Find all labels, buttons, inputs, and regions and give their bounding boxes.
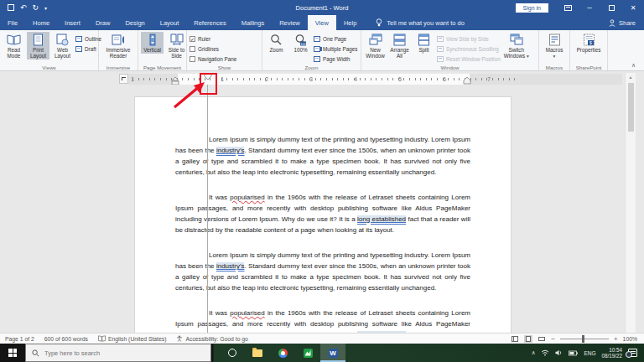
page-movement-group-label: Page Movement [138,65,186,70]
right-indent-marker[interactable] [463,77,471,85]
wifi-icon[interactable] [541,349,549,356]
tab-review[interactable]: Review [272,15,308,30]
save-icon[interactable] [8,4,14,11]
split-button[interactable]: Split [413,32,435,54]
minimize-button[interactable]: ─ [579,0,600,15]
battery-icon[interactable] [569,350,578,356]
print-layout-button[interactable]: Print Layout [27,32,49,59]
scroll-up-icon[interactable]: ▲ [626,73,636,80]
one-page-icon [314,36,320,42]
switch-windows-button[interactable]: Switch Windows ▾ [502,32,531,59]
page-width-button[interactable]: Page Width [314,54,357,63]
zoom-out-button[interactable]: − [551,335,555,343]
paragraph[interactable]: Lorem Ipsum is simply dummy text of the … [175,250,470,293]
grammar-marked-text: long established [357,215,406,223]
word-count[interactable]: 600 of 600 words [44,336,88,342]
speaker-icon[interactable] [555,349,563,356]
language-tray-indicator[interactable]: ENG [584,350,595,356]
multiple-pages-button[interactable]: Multiple Pages [314,44,357,53]
zoom-slider[interactable] [560,339,609,339]
chrome-button[interactable] [270,344,295,362]
taskbar-clock[interactable]: 10:54 08/19/22 [601,347,622,359]
close-button[interactable]: ✕ [622,0,644,15]
document-content[interactable]: Lorem Ipsum is simply dummy text of the … [135,97,511,333]
one-page-button[interactable]: One Page [314,34,357,43]
zoom-100-button[interactable]: 100 100% [289,32,312,54]
tab-mailings[interactable]: Mailings [234,15,273,30]
gridlines-checkbox[interactable]: Gridlines [190,44,236,53]
file-explorer-button[interactable] [245,344,270,362]
paragraph[interactable]: It was popularised in the 1960s with the… [175,192,470,235]
accessibility-status[interactable]: Accessibility: Good to go [176,335,247,342]
proofing-book-icon [98,335,106,342]
proofing-status[interactable]: English (United States) [98,335,167,342]
read-mode-view-button[interactable] [511,335,519,343]
collapse-ribbon-button[interactable]: ∧ [631,62,636,69]
restore-button[interactable] [600,0,622,15]
read-mode-button[interactable]: Read Mode [3,32,25,59]
gridlines-label: Gridlines [198,46,219,52]
share-button[interactable]: Share [609,15,636,30]
page-indicator[interactable]: Page 1 of 2 [5,336,34,342]
immersive-reader-button[interactable]: Immersive Reader [101,32,135,59]
windows-logo-icon [8,349,17,357]
redo-icon[interactable]: ↻ [33,3,39,12]
macros-button[interactable]: Macros ▾ [542,32,567,59]
reset-window-position-label: Reset Window Position [446,56,501,62]
zoom-button[interactable]: Zoom [265,32,288,54]
side-to-side-button[interactable]: Side to Side [165,32,188,59]
tab-file[interactable]: File [0,15,25,30]
notification-center-icon[interactable] [628,349,637,357]
tab-insert[interactable]: Insert [57,15,88,30]
arrange-all-button[interactable]: Arrange All [388,32,411,59]
properties-icon: $ [583,34,595,46]
vertical-button[interactable]: Vertical [141,32,164,54]
switch-windows-icon [510,34,523,46]
properties-button[interactable]: $ Properties [573,32,605,54]
ribbon-display-options-button[interactable] [557,0,579,15]
web-layout-view-button[interactable] [538,335,546,343]
outline-button[interactable]: Outline [75,34,101,43]
tell-me-box[interactable]: Tell me what you want to do [376,15,465,30]
tab-home[interactable]: Home [25,15,57,30]
draft-button[interactable]: Draft [75,44,101,53]
sign-in-button[interactable]: Sign in [516,3,548,13]
document-page[interactable]: Lorem Ipsum is simply dummy text of the … [134,96,512,333]
macros-group: Macros ▾ Macros [539,30,570,70]
document-area[interactable]: Lorem Ipsum is simply dummy text of the … [0,85,625,333]
tab-references[interactable]: References [186,15,233,30]
navigation-pane-checkbox[interactable]: Navigation Pane [190,54,236,63]
quick-access-toolbar: ↶ ↻ ▾ [0,3,47,12]
snipping-app-button[interactable] [295,344,320,362]
zoom-slider-thumb[interactable] [582,335,584,343]
undo-icon[interactable]: ↶ [20,3,27,12]
tab-draw[interactable]: Draw [88,15,118,30]
print-layout-view-button[interactable] [524,335,532,343]
zoom-100-label: 100% [293,48,307,54]
qat-customize-icon[interactable]: ▾ [44,5,47,11]
word-taskbar-button[interactable]: W [320,344,345,362]
web-layout-button[interactable]: Web Layout [51,32,74,59]
tab-help[interactable]: Help [336,15,364,30]
tab-selector[interactable] [119,74,128,84]
zoom-in-button[interactable]: + [614,335,618,343]
hidden-icons-chevron[interactable]: ∧ [532,349,536,356]
tab-design[interactable]: Design [117,15,152,30]
new-window-button[interactable]: New Window [364,32,387,59]
tab-layout[interactable]: Layout [153,15,187,30]
paragraph[interactable]: Lorem Ipsum is simply dummy text of the … [175,134,470,178]
ruler-number: 4 [354,76,357,82]
taskbar-search[interactable] [25,344,211,362]
ruler-checkbox[interactable]: ✓Ruler [190,34,236,43]
vertical-scrollbar[interactable]: ▲ [625,73,636,333]
scrollbar-thumb[interactable] [628,83,634,132]
side-to-side-icon [170,34,184,46]
cortana-button[interactable] [220,344,245,362]
zoom-group: Zoom 100 100% One Page Multiple Pages Pa… [262,30,361,70]
zoom-percentage[interactable]: 100% [623,336,637,342]
taskbar: W ∧ ENG 10:54 08/19/22 [0,344,644,362]
start-button[interactable] [0,344,25,362]
tab-view[interactable]: View [308,15,336,30]
paragraph[interactable]: It was popularised in the 1960s with the… [175,308,470,333]
search-input[interactable] [44,349,187,357]
